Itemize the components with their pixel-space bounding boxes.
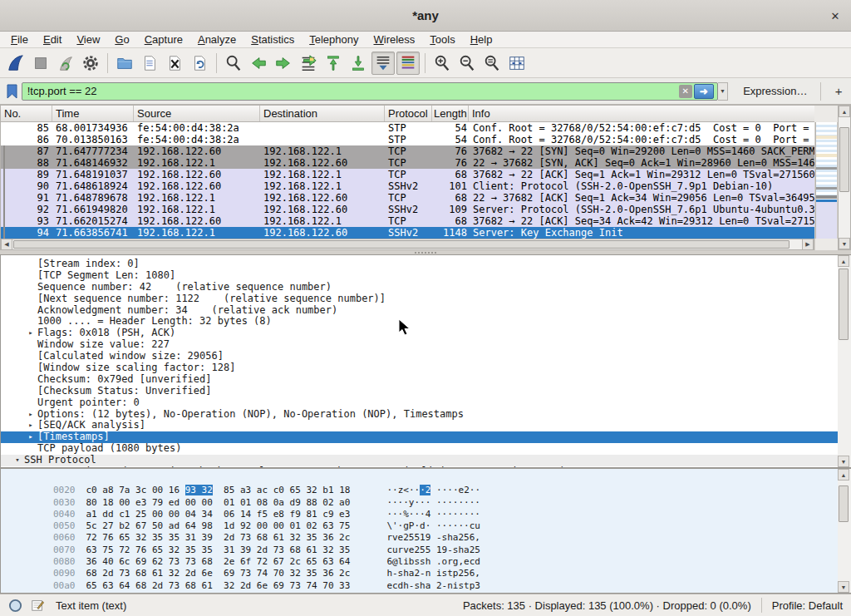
column-header-no[interactable]: No. xyxy=(1,106,52,121)
expander-icon[interactable] xyxy=(24,351,37,362)
expander-icon[interactable] xyxy=(24,270,37,282)
menu-item[interactable]: Wireless xyxy=(366,32,423,47)
expander-icon[interactable]: ▾ xyxy=(11,455,24,466)
scroll-up-icon[interactable]: ▲ xyxy=(838,255,849,267)
close-icon[interactable]: ✕ xyxy=(828,8,843,23)
menu-item[interactable]: Go xyxy=(107,32,136,47)
go-forward-button[interactable] xyxy=(272,52,295,75)
detail-line[interactable]: [Next sequence number: 1122 (relative se… xyxy=(1,293,838,305)
menu-item[interactable]: Statistics xyxy=(243,32,302,47)
filter-clear-icon[interactable]: ✕ xyxy=(679,85,692,98)
start-capture-button[interactable] xyxy=(4,52,27,75)
packet-row[interactable]: 92 71.661949820 192.168.122.1 192.168.12… xyxy=(1,204,814,215)
menu-item[interactable]: Analyze xyxy=(190,32,243,47)
column-header-time[interactable]: Time xyxy=(52,106,134,121)
go-to-bottom-button[interactable] xyxy=(347,52,370,75)
packet-row[interactable]: 93 71.662015274 192.168.122.60 192.168.1… xyxy=(1,215,814,227)
expander-icon[interactable]: ▸ xyxy=(24,431,37,443)
detail-line[interactable]: Window size value: 227 xyxy=(1,339,838,351)
filter-input[interactable]: !tcp.port == 22 ✕ ➜ xyxy=(22,82,718,101)
menu-item[interactable]: Tools xyxy=(422,32,462,47)
expander-icon[interactable] xyxy=(24,293,37,305)
reload-file-button[interactable] xyxy=(188,52,211,75)
detail-line[interactable]: Sequence number: 42 (relative sequence n… xyxy=(1,282,838,293)
profile-label[interactable]: Profile: Default xyxy=(772,599,843,612)
expander-icon[interactable]: ▸ xyxy=(24,328,37,339)
menu-item[interactable]: Telephony xyxy=(302,32,366,47)
scroll-right-icon[interactable]: ▶ xyxy=(802,239,814,250)
expander-icon[interactable] xyxy=(24,443,37,455)
menu-item[interactable]: File xyxy=(3,32,36,47)
detail-line[interactable]: ▸ [SEQ/ACK analysis] xyxy=(1,420,838,431)
expander-icon[interactable]: ▸ xyxy=(24,409,37,421)
detail-line[interactable]: ▸ Options: (12 bytes), No-Operation (NOP… xyxy=(1,409,838,421)
go-back-button[interactable] xyxy=(247,52,270,75)
hex-vscrollbar[interactable]: ▲ ▼ xyxy=(838,469,851,593)
packet-row[interactable]: 86 70.013850163 fe:54:00:d4:38:2a STP 54… xyxy=(1,134,814,145)
column-header-info[interactable]: Info xyxy=(469,106,814,121)
scroll-left-icon[interactable]: ◀ xyxy=(1,239,12,250)
capture-options-button[interactable] xyxy=(79,52,102,75)
scroll-thumb[interactable] xyxy=(839,269,849,340)
packet-list-vscrollbar[interactable]: ▲ ▼ xyxy=(838,105,851,250)
scroll-down-icon[interactable]: ▼ xyxy=(838,456,849,467)
expander-icon[interactable] xyxy=(24,259,37,270)
menu-item[interactable]: View xyxy=(69,32,107,47)
expander-icon[interactable] xyxy=(24,362,37,374)
detail-line[interactable]: [Stream index: 0] xyxy=(1,259,838,270)
capture-comment-icon[interactable] xyxy=(31,599,44,612)
packet-row[interactable]: 89 71.648191037 192.168.122.60 192.168.1… xyxy=(1,169,814,180)
zoom-out-button[interactable] xyxy=(455,52,479,75)
expander-icon[interactable] xyxy=(24,316,37,328)
detail-line[interactable]: Acknowledgment number: 34 (relative ack … xyxy=(1,305,838,317)
detail-line[interactable]: [Calculated window size: 29056] xyxy=(1,351,838,362)
column-header-source[interactable]: Source xyxy=(134,106,260,121)
packet-row[interactable]: 88 71.648146932 192.168.122.1 192.168.12… xyxy=(1,157,814,169)
detail-line[interactable]: ▸ [Timestamps] xyxy=(1,431,838,443)
detail-line[interactable]: Urgent pointer: 0 xyxy=(1,397,838,409)
filter-bookmark-button[interactable] xyxy=(5,81,20,101)
detail-line[interactable]: [TCP Segment Len: 1080] xyxy=(1,270,838,282)
detail-line[interactable]: ▾ SSH Protocol xyxy=(1,455,838,466)
packet-row[interactable]: 94 71.663856741 192.168.122.1 192.168.12… xyxy=(1,227,814,239)
detail-line[interactable]: [Window size scaling factor: 128] xyxy=(1,362,838,374)
restart-capture-button[interactable] xyxy=(54,52,77,75)
expander-icon[interactable] xyxy=(24,386,37,397)
zoom-in-button[interactable] xyxy=(430,52,454,75)
add-filter-button[interactable]: + xyxy=(831,83,846,100)
expander-icon[interactable] xyxy=(24,339,37,351)
open-file-button[interactable] xyxy=(113,52,136,75)
packet-row[interactable]: 90 71.648618924 192.168.122.60 192.168.1… xyxy=(1,180,814,192)
auto-scroll-toggle[interactable] xyxy=(371,52,395,75)
close-file-button[interactable] xyxy=(163,52,186,75)
detail-line[interactable]: Checksum: 0x79ed [unverified] xyxy=(1,374,838,386)
column-header-length[interactable]: Length xyxy=(432,106,469,121)
detail-line[interactable]: ▸ Flags: 0x018 (PSH, ACK) xyxy=(1,328,838,339)
packet-list-hscrollbar[interactable]: ◀ ▶ xyxy=(0,239,814,250)
scroll-thumb[interactable] xyxy=(839,485,849,522)
scroll-down-icon[interactable]: ▼ xyxy=(838,581,849,593)
hex-row[interactable]: 0020c0 a8 7a 3c 00 16 93 32 85 a3 ac c0 … xyxy=(9,473,850,485)
menu-item[interactable]: Capture xyxy=(137,32,190,47)
scroll-down-icon[interactable]: ▼ xyxy=(839,238,850,249)
menu-item[interactable]: Edit xyxy=(36,32,69,47)
go-to-top-button[interactable] xyxy=(322,52,345,75)
colorize-toggle[interactable] xyxy=(396,52,420,75)
expert-info-icon[interactable] xyxy=(8,599,22,613)
scroll-up-icon[interactable]: ▲ xyxy=(839,106,850,117)
packet-row[interactable]: 87 71.647777234 192.168.122.60 192.168.1… xyxy=(1,145,814,157)
resize-columns-button[interactable] xyxy=(505,52,529,75)
expander-icon[interactable] xyxy=(24,374,37,386)
expander-icon[interactable] xyxy=(24,305,37,317)
filter-dropdown-icon[interactable]: ▼ xyxy=(718,82,728,101)
detail-line[interactable]: TCP payload (1080 bytes) xyxy=(1,443,838,455)
packet-minimap[interactable] xyxy=(815,122,837,239)
go-to-packet-button[interactable] xyxy=(297,52,320,75)
scroll-thumb[interactable] xyxy=(839,127,849,192)
save-file-button[interactable] xyxy=(138,52,161,75)
zoom-100-button[interactable] xyxy=(480,52,504,75)
column-header-protocol[interactable]: Protocol xyxy=(385,106,432,121)
packet-row[interactable]: 91 71.648789678 192.168.122.1 192.168.12… xyxy=(1,192,814,204)
detail-line[interactable]: [Checksum Status: Unverified] xyxy=(1,386,838,397)
packet-row[interactable]: 85 68.001734936 fe:54:00:d4:38:2a STP 54… xyxy=(1,122,814,134)
